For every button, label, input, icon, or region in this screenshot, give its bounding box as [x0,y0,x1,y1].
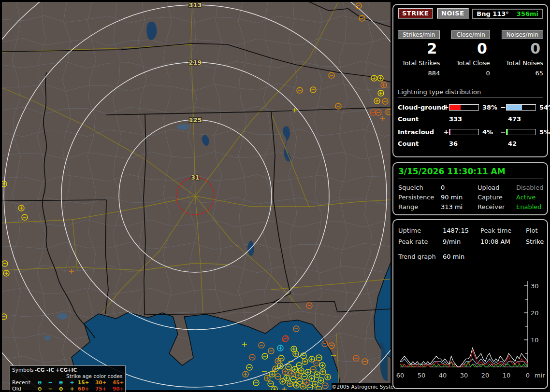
peak-time-value: 10:08 AM [480,236,526,247]
close-per-min-column: Close/min 0 Total Close 0 [451,29,490,77]
total-strikes-label: Total Strikes [398,59,440,67]
cloud-ground-row: Cloud-ground + 38% − 54% [398,103,543,111]
upload-label: Upload [478,183,516,193]
intracloud-label: Intracloud [398,128,443,136]
capture-status: Active [516,193,542,202]
ic-negative-bar [506,129,536,135]
settings-row: Persistence 90 min Capture Active [398,193,542,202]
old-neg-cg-icon: ⊖ [34,386,45,392]
cg-positive-bar [449,104,479,111]
uptime-label: Uptime [398,225,443,236]
app-root: { "map": { "center": {"x": 404, "y": 406… [0,0,550,392]
range-label: Range [398,202,441,212]
uptime-row: Uptime 1487:15 Peak time Plot [398,225,542,236]
settings-row: Range 313 mi Receiver Enabled [398,202,542,212]
strikes-per-min-header: Strikes/min [398,30,440,39]
legend-col-pos-ic: +IC [66,367,78,373]
lightning-map[interactable]: 12521931331 Symbols -CG -IC +CG +IC Stri… [2,2,391,390]
old-neg-ic-icon: − [45,386,56,392]
receiver-status: Enabled [516,202,542,212]
bearing-label: Bng 113° [477,10,509,17]
noises-per-min-value: 0 [502,40,543,58]
svg-text:0: 0 [526,372,530,379]
cg-negative-bar [506,104,536,111]
legend-age-header: Strike age color codes [66,373,113,379]
current-datetime: 3/15/2026 11:30:11 AM [393,163,547,179]
svg-text:60: 60 [396,372,404,379]
map-legend: Symbols -CG -IC +CG +IC Strike age color… [10,365,126,392]
svg-text:20: 20 [531,309,539,317]
noise-toggle-button[interactable]: NOISE [437,8,469,19]
recent-neg-ic-icon: − [45,379,56,386]
minus-sign: − [500,103,506,111]
uptime-value: 1487:15 [443,225,480,236]
count-label: Count [398,140,443,147]
total-close-value: 0 [451,70,490,77]
svg-text:min: min [535,372,545,379]
peak-time-label: Peak time [480,225,526,236]
map-canvas[interactable]: 12521931331 [2,2,391,390]
ic-positive-pct: 4% [480,128,500,136]
bearing-distance: 356mi [517,10,538,17]
ic-negative-count: 42 [508,140,547,147]
ic-positive-count: 36 [449,140,502,147]
lake-pontchartrain [57,313,68,320]
intracloud-count-row: Count 36 42 [398,140,543,147]
strikes-per-min-column: Strikes/min 2 Total Strikes 884 [398,29,440,77]
old-pos-ic-icon: + [66,386,78,392]
total-close-label: Total Close [451,59,490,67]
lake-central [177,124,189,130]
svg-text:50: 50 [418,372,426,379]
cg-positive-pct: 38% [480,104,500,111]
age-code-60: 60+ [78,386,95,392]
count-label: Count [398,115,443,123]
cg-negative-count: 473 [508,115,547,123]
trend-graph-value: 60 min [443,252,542,262]
recent-pos-ic-icon: + [66,379,78,386]
copyright-note: ©2005 Astrogenic Systems [332,383,392,391]
close-per-min-header: Close/min [451,30,490,39]
legend-col-neg-ic: -IC [45,367,56,373]
svg-text:40: 40 [439,372,447,379]
ic-negative-pct: 5% [537,128,550,136]
intracloud-row: Intracloud + 4% − 5% [398,128,543,136]
cg-positive-count: 333 [449,115,502,123]
peak-rate-row: Peak rate 9/min 10:08 AM Strike [398,236,542,247]
trend-graph-label: Trend graph [398,252,443,262]
legend-old-label: Old [12,386,34,392]
old-pos-cg-icon: ⊕ [56,386,66,392]
plus-sign: + [443,128,449,136]
strike-toggle-button[interactable]: STRIKE [398,8,433,19]
total-noises-value: 65 [502,70,543,77]
peak-rate-value: 9/min [443,236,480,247]
total-strikes-value: 884 [398,70,440,77]
lake-small [44,336,51,340]
trend-panel: Uptime 1487:15 Peak time Plot Peak rate … [392,219,548,389]
plot-label: Plot [526,225,542,236]
age-code-75: 75+ [95,386,113,392]
cloud-ground-count-row: Count 333 473 [398,115,543,123]
cg-negative-pct: 54% [537,104,550,111]
strike-stats-panel: STRIKE NOISE Bng 113°356mi Strikes/min 2… [392,4,548,157]
svg-text:31: 31 [191,174,200,181]
age-code-45: 45+ [113,379,129,386]
age-code-15: 15+ [78,379,95,386]
trend-chart: 1020306050403020100min [396,263,545,384]
persistence-value: 90 min [441,193,478,202]
peak-rate-label: Peak rate [398,236,443,247]
svg-text:20: 20 [481,372,490,379]
squelch-label: Squelch [398,183,441,193]
clock-settings-panel: 3/15/2026 11:30:11 AM Squelch 0 Upload D… [392,162,548,215]
squelch-value: 0 [441,183,478,193]
persistence-label: Persistence [398,193,441,202]
svg-text:30: 30 [531,282,539,290]
svg-text:10: 10 [503,372,511,379]
upload-status: Disabled [516,183,543,193]
svg-text:125: 125 [188,116,202,124]
cloud-ground-label: Cloud-ground [398,104,443,111]
bearing-readout: Bng 113°356mi [472,9,543,19]
trend-graph-row: Trend graph 60 min [393,247,547,262]
legend-recent-label: Recent [12,379,34,386]
legend-col-neg-cg: -CG [34,367,45,373]
receiver-label: Receiver [478,202,516,212]
